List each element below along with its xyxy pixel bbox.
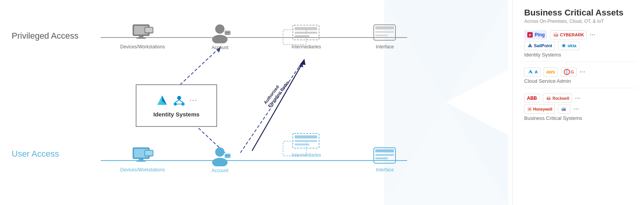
cloud-service-admin-label: Cloud Service Admin [524,78,636,84]
critical-logos-row2: H Honeywell GE ··· [524,104,636,114]
svg-rect-16 [139,36,143,38]
critical-more-dots: ··· [575,95,581,101]
svg-text:CA: CA [554,34,558,37]
svg-text:GE: GE [562,108,566,111]
right-panel-subtitle: Across On-Premises, Cloud, OT, & IoT [524,19,636,24]
privileged-access-label: Privileged Access [12,31,78,41]
identity-box-icons: ··· [155,94,197,108]
main-container: Privileged Access User Access Devices/Wo… [0,0,644,205]
svg-rect-26 [295,27,317,30]
svg-rect-48 [145,151,152,155]
svg-marker-71 [528,70,530,74]
svg-point-37 [177,96,181,100]
more-dots: ··· [189,97,197,105]
svg-marker-66 [528,43,532,47]
svg-rect-51 [225,154,230,158]
cloud-service-admin-group: A aws G ··· Cloud Service Admin [524,67,636,88]
devices-workstations-top-node: Devices/Workstations [120,23,165,50]
identity-systems-logos: P Ping CA CYBERARK ··· [524,30,636,39]
svg-point-68 [563,44,565,47]
intermediaries-top-node: Intermediaries [291,23,322,50]
identity-more-dots: ··· [590,32,596,38]
svg-point-20 [215,24,224,34]
identity-systems-group: P Ping CA CYBERARK ··· [524,30,636,62]
svg-point-50 [212,158,228,166]
svg-text:H: H [528,108,530,111]
right-panel-title: Business Critical Assets [524,8,636,18]
svg-rect-30 [375,26,394,29]
svg-rect-59 [375,149,394,152]
account-bottom-label: Account [212,168,228,173]
intermediaries-bottom-label: Intermediaries [292,152,321,158]
account-top-node: Account [209,23,231,50]
identity-systems-group-label: Identity Systems [524,52,636,58]
rockwell-logo: RA Rockwell [543,94,572,103]
svg-marker-9 [299,62,303,67]
okta-logo: okta [558,41,579,50]
interface-top-node: Interface [372,23,397,50]
azure-logo: A [524,67,540,77]
svg-point-49 [215,147,224,157]
svg-marker-70 [530,70,533,74]
ge-logo: GE [558,104,570,114]
devices-workstations-bottom-label: Devices/Workstations [120,167,165,173]
devices-workstations-top-label: Devices/Workstations [120,44,165,50]
svg-rect-45 [139,159,143,161]
svg-text:RA: RA [547,97,551,100]
svg-rect-60 [375,154,394,156]
svg-rect-19 [145,28,152,32]
abb-logo: ABB [524,94,540,103]
elevation-paths-label: Authorized Elevation Paths [262,77,290,109]
honeywell-logo: H Honeywell [524,104,555,114]
svg-rect-17 [136,38,146,39]
svg-rect-46 [136,161,146,162]
account-top-label: Account [212,45,228,50]
svg-rect-31 [375,31,394,33]
intermediaries-top-label: Intermediaries [292,44,321,50]
interface-bottom-label: Interface [376,167,394,173]
critical-logos: ABB RA Rockwell ··· [524,94,636,103]
cloud-logos: A aws G ··· [524,67,636,77]
identity-systems-box: ··· Identity Systems [136,84,217,127]
svg-rect-57 [295,144,309,145]
business-critical-label: Business Critical Systems [524,115,636,121]
svg-rect-32 [375,34,388,36]
google-logo: G [561,67,577,77]
intermediaries-bottom-node: Intermediaries [291,132,322,158]
svg-rect-55 [295,135,317,138]
svg-rect-28 [295,35,309,37]
critical-more-dots2: ··· [573,106,579,112]
devices-workstations-bottom-node: Devices/Workstations [120,146,165,173]
svg-line-5 [176,46,221,88]
svg-rect-56 [295,140,317,142]
identity-systems-logos-row2: SailPoint okta [524,41,636,50]
svg-line-40 [175,100,179,102]
diagram-area: Privileged Access User Access Devices/Wo… [0,0,512,205]
svg-line-41 [179,100,183,102]
interface-bottom-node: Interface [372,146,397,173]
svg-point-21 [212,35,228,43]
right-panel: Business Critical Assets Across On-Premi… [512,0,644,205]
svg-marker-11 [300,59,306,65]
svg-text:P: P [529,33,531,37]
user-access-label: User Access [12,149,59,159]
svg-rect-61 [375,157,388,159]
ping-logo: P Ping [524,30,547,39]
cloud-more-dots: ··· [580,69,585,75]
cyberark-logo: CA CYBERARK [550,30,587,39]
interface-top-label: Interface [376,44,394,50]
sailpoint-logo: SailPoint [524,41,555,50]
svg-rect-27 [295,32,317,34]
account-bottom-node: Account [209,146,231,173]
business-critical-group: ABB RA Rockwell ··· H [524,94,636,125]
aws-logo: aws [544,67,558,77]
svg-rect-22 [225,31,230,35]
identity-systems-label: Identity Systems [153,111,199,118]
